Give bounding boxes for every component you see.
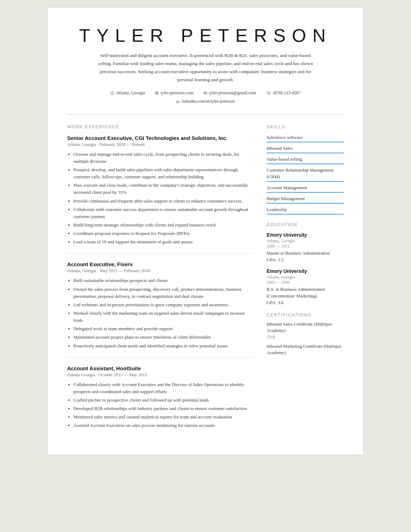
candidate-name: TYLER PETERSON — [67, 25, 344, 46]
cert-item-1: Inbound Sales Certificate (HubSpot Acade… — [267, 321, 344, 340]
skill-item: Leadership — [267, 206, 344, 214]
email-icon: ✉ — [203, 90, 207, 96]
edu-gpa: GPA: 3.6 — [267, 300, 344, 306]
edu-location: Atlanta, Georgia — [267, 275, 344, 280]
work-experience-header: WORK EXPERIENCE — [67, 124, 253, 129]
edu-school: Emory University — [267, 232, 344, 238]
phone-contact: ☏ (678) 123-4567 — [266, 90, 301, 96]
cert-name: Inbound Marketing Certificate (HubSpot A… — [267, 343, 344, 356]
skill-item: Inbound Sales — [267, 145, 344, 153]
list-item: Coordinate proposal responses to Request… — [73, 230, 253, 237]
website-contact: ⊕ tyler-peterson.com — [155, 90, 194, 96]
cert-name: Inbound Sales Certificate (HubSpot Acade… — [267, 321, 344, 334]
skill-item: Account Management — [267, 185, 344, 193]
list-item: Proactively anticipated client needs and… — [73, 342, 253, 350]
summary-text: Self-motivated and diligent account exec… — [93, 52, 318, 84]
email-text: tyler-peterson@gmail.com — [209, 90, 256, 96]
skills-section-title: SKILLS — [267, 124, 344, 129]
skill-underline — [267, 192, 344, 193]
cert-year: 2018 — [267, 334, 344, 340]
job-1-dates: February 2018 — Present — [99, 142, 145, 147]
work-experience-section-title: WORK EXPERIENCE — [67, 124, 253, 129]
education-section-title: EDUCATION — [267, 222, 344, 227]
list-item: Provide continuous and frequent after-sa… — [73, 198, 253, 205]
education-item-2: Emory UniversityAtlanta, Georgia2005 — 2… — [267, 268, 344, 305]
job-1-divider — [67, 253, 253, 254]
job-3-location: Atlanta Georgia — [67, 372, 95, 377]
job-3-dates: October 2013 — May 2015 — [98, 372, 147, 377]
skill-name: Salesforce software — [267, 134, 344, 141]
certifications-section-title: CERTIFICATIONS — [267, 313, 344, 318]
list-item: Monitored sales metrics and curated anal… — [73, 414, 253, 421]
list-item: Lead a team of 10 and support the attain… — [73, 238, 253, 245]
job-1-location: Atlanta, Georgia — [67, 142, 96, 147]
edu-degree: Master in Business Administration — [267, 250, 344, 256]
globe-icon: ⊕ — [155, 90, 159, 96]
edu-location: Atlanta, Georgia — [267, 238, 344, 244]
edu-years: 2005 — 2009 — [267, 280, 344, 285]
edu-school: Emory University — [267, 268, 344, 274]
list-item: Collaborated closely with Account Execut… — [73, 381, 253, 395]
resume-header: TYLER PETERSON Self-motivated and dilige… — [67, 25, 344, 104]
list-item: Delegated work to team members and provi… — [73, 325, 253, 332]
education-item-1: Emory UniversityAtlanta, Georgia2009 — 2… — [267, 232, 344, 263]
skill-underline — [267, 181, 344, 182]
website-text: tyler-peterson.com — [161, 90, 194, 96]
job-1-meta: Atlanta, Georgia · February 2018 — Prese… — [67, 142, 253, 147]
job-2-title: Account Executive, Fiserv — [67, 261, 253, 267]
list-item: Developed B2B relationships with industr… — [73, 405, 253, 412]
skill-underline — [267, 164, 344, 164]
list-item: Build long-term strategic relationships … — [73, 222, 253, 229]
job-1-title: Senior Account Executive, CGI Technologi… — [67, 135, 253, 141]
location-text: Atlanta, Georgia — [116, 90, 145, 96]
location-icon: ⊙ — [110, 90, 114, 96]
two-column-layout: WORK EXPERIENCE Senior Account Executive… — [67, 124, 344, 437]
list-item: Prospect, develop, and build sales pipel… — [73, 166, 253, 180]
job-3-bullets: Collaborated closely with Account Execut… — [67, 381, 253, 429]
list-item: Maintained account project plans to ensu… — [73, 334, 253, 341]
list-item: Owned the sales process from prospecting… — [73, 286, 253, 300]
contact-row: ⊙ Atlanta, Georgia ⊕ tyler-peterson.com … — [67, 90, 344, 96]
skill-name: Leadership — [267, 206, 344, 213]
list-item: Plan, execute and close leads, contribut… — [73, 182, 253, 196]
job-3-title: Account Assistant, HootSuite — [67, 365, 253, 371]
list-item: Worked closely with the marketing team o… — [73, 310, 253, 324]
education-list: Emory UniversityAtlanta, Georgia2009 — 2… — [267, 232, 344, 306]
email-contact: ✉ tyler-peterson@gmail.com — [203, 90, 256, 96]
phone-icon: ☏ — [266, 90, 272, 96]
skill-underline — [267, 203, 344, 204]
skill-item: Value-based selling — [267, 156, 344, 164]
main-column: WORK EXPERIENCE Senior Account Executive… — [67, 124, 253, 437]
skill-name: Value-based selling — [267, 156, 344, 162]
skill-underline — [267, 214, 344, 214]
linkedin-text: linkedin.com/in/tyler-peterson — [182, 99, 235, 104]
job-1-bullets: Oversee and manage end-to-end sales cycl… — [67, 151, 253, 246]
skill-name: Inbound Sales — [267, 145, 344, 152]
skill-name: Account Management — [267, 185, 344, 191]
list-item: Built sustainable relationships prospect… — [73, 277, 253, 284]
job-2: Account Executive, Fiserv Atlanta, Georg… — [67, 261, 253, 349]
skill-name: Budget Management — [267, 196, 344, 202]
edu-gpa: GPA: 3.5 — [267, 257, 344, 263]
job-2-location: Atlanta, Georgia — [67, 268, 96, 273]
job-3: Account Assistant, HootSuite Atlanta Geo… — [67, 365, 253, 429]
certifications-list: Inbound Sales Certificate (HubSpot Acade… — [267, 321, 344, 356]
job-2-bullets: Built sustainable relationships prospect… — [67, 277, 253, 349]
location-contact: ⊙ Atlanta, Georgia — [110, 90, 145, 96]
linkedin-icon: in — [176, 99, 180, 104]
sidebar-column: SKILLS Salesforce softwareInbound SalesV… — [267, 124, 344, 437]
job-1: Senior Account Executive, CGI Technologi… — [67, 135, 253, 246]
job-3-meta: Atlanta Georgia · October 2013 — May 201… — [67, 372, 253, 378]
skill-name: Customer Relationship Management (CRM) — [267, 167, 344, 180]
edu-degree: B.S. in Business Administration (Concent… — [267, 286, 344, 299]
list-item: Led webinars and in-person presentations… — [73, 301, 253, 308]
list-item: Assisted Account Executive on sales proc… — [73, 422, 253, 429]
list-item: Collaborate with customer success depart… — [73, 206, 253, 220]
header-divider — [67, 114, 344, 115]
skills-list: Salesforce softwareInbound SalesValue-ba… — [267, 134, 344, 215]
job-2-meta: Atlanta, Georgia · May 2015 — February 2… — [67, 268, 253, 274]
skill-underline — [267, 153, 344, 153]
skill-item: Customer Relationship Management (CRM) — [267, 167, 344, 181]
skill-underline — [267, 142, 344, 142]
phone-text: (678) 123-4567 — [273, 90, 301, 96]
